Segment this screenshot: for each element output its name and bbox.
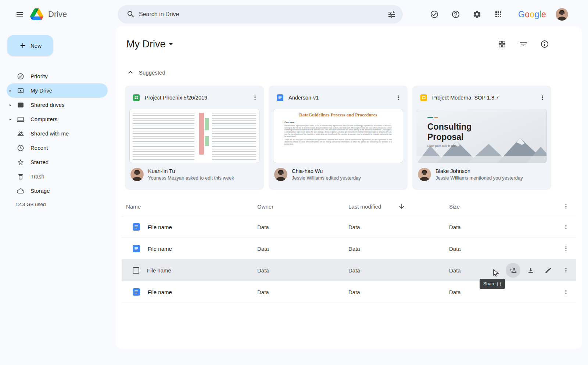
expand-arrow-icon[interactable]: ▸	[10, 83, 11, 98]
row-more-button[interactable]	[559, 220, 573, 234]
card-header: Project Moderna SOP 1.8.7	[412, 86, 551, 109]
search-options-button[interactable]	[383, 6, 401, 23]
avatar-image	[130, 168, 144, 181]
table-row-selected[interactable]: File name Data Data Data	[122, 260, 576, 281]
table-settings-button[interactable]	[559, 199, 573, 214]
kebab-icon	[539, 94, 546, 101]
row-checkbox[interactable]	[133, 267, 139, 274]
owner-cell: Data	[257, 246, 348, 252]
column-header-size[interactable]: Size	[449, 203, 504, 210]
page-title: My Drive	[126, 37, 166, 51]
spreadsheet-icon	[133, 94, 140, 101]
table-row[interactable]: File name Data Data Data	[122, 238, 576, 260]
sidebar-item-recent[interactable]: Recent	[7, 141, 108, 155]
main-menu-button[interactable]	[11, 6, 29, 23]
card-more-button[interactable]	[536, 91, 549, 104]
avatar-image	[418, 168, 431, 181]
sidebar-item-starred[interactable]: Starred	[7, 155, 108, 169]
rename-button[interactable]	[541, 263, 556, 278]
shared-drives-icon	[17, 101, 24, 109]
sidebar-item-label: Computers	[31, 116, 57, 122]
topbar-actions: Google	[426, 6, 568, 23]
file-preview-thumbnail: DataGuidelines Process and Procedures Ov…	[273, 109, 403, 163]
row-more-button[interactable]	[559, 263, 573, 278]
sidebar-item-computers[interactable]: ▸ Computers	[7, 112, 108, 126]
owner-name: Blake Johnson	[435, 167, 523, 175]
table-row[interactable]: File name Data Data Data	[122, 216, 576, 238]
trash-icon	[17, 173, 24, 180]
settings-button[interactable]	[468, 6, 486, 23]
sidebar-item-trash[interactable]: Trash	[7, 169, 108, 184]
avatar-image	[274, 168, 287, 181]
sidebar-item-shared-drives[interactable]: ▸ Shared drives	[7, 98, 108, 112]
kebab-icon	[563, 224, 569, 230]
sort-desc-icon[interactable]	[398, 203, 405, 210]
document-preview-body: Nondisclosure agreements (also called ND…	[284, 125, 392, 137]
presentation-icon	[420, 94, 427, 101]
kebab-icon	[395, 94, 402, 101]
sidebar-item-label: Storage	[31, 188, 50, 194]
row-more-button[interactable]	[559, 241, 573, 256]
card-title: Anderson-v1	[288, 95, 387, 101]
size-cell: Data	[449, 246, 504, 252]
sidebar-item-label: Trash	[31, 173, 44, 180]
offline-status-button[interactable]	[426, 6, 443, 23]
new-button[interactable]: New	[7, 35, 53, 56]
search-bar	[118, 5, 403, 24]
card-title: Project Moderna SOP 1.8.7	[432, 95, 531, 101]
account-avatar[interactable]	[556, 8, 568, 21]
download-icon	[527, 267, 534, 274]
dropdown-caret-icon	[166, 40, 175, 48]
storage-icon	[17, 187, 24, 195]
drive-brand: Drive	[30, 0, 67, 29]
file-preview-thumbnail	[129, 109, 259, 163]
details-button[interactable]	[537, 37, 552, 51]
slide-accent-dashes	[427, 117, 472, 118]
expand-arrow-icon[interactable]: ▸	[10, 112, 11, 126]
main-header: My Drive	[116, 26, 582, 51]
document-icon	[133, 288, 140, 296]
table-row[interactable]: File name Data Data Data	[122, 281, 576, 303]
column-header-owner[interactable]: Owner	[257, 203, 348, 210]
layout-toggle-button[interactable]	[495, 37, 509, 51]
view-controls	[495, 37, 552, 51]
sidebar-item-storage[interactable]: Storage	[7, 184, 108, 198]
support-button[interactable]	[447, 6, 465, 23]
sidebar-item-label: Priority	[31, 73, 48, 79]
file-name: File name	[147, 267, 171, 274]
owner-name: Kuan-lin Tu	[148, 167, 234, 175]
card-header: Project Phoenix 5/26/2019	[125, 86, 264, 109]
collapse-suggested-button[interactable]	[125, 67, 136, 77]
column-header-name[interactable]: Name	[126, 203, 257, 210]
sidebar-item-my-drive[interactable]: ▸ My Drive	[7, 83, 108, 98]
owner-avatar	[274, 168, 287, 181]
topbar: Drive Google	[0, 0, 588, 29]
sidebar-item-shared-with-me[interactable]: Shared with me	[7, 126, 108, 141]
expand-arrow-icon[interactable]: ▸	[10, 98, 11, 112]
google-apps-button[interactable]	[490, 6, 507, 23]
card-more-button[interactable]	[392, 91, 405, 104]
page-title-dropdown[interactable]: My Drive	[126, 37, 175, 51]
suggested-card-presentation[interactable]: Project Moderna SOP 1.8.7	[412, 86, 551, 190]
search-input[interactable]	[139, 11, 383, 18]
download-button[interactable]	[523, 263, 538, 278]
file-name: File name	[148, 224, 172, 230]
column-header-last-modified[interactable]: Last modified	[348, 203, 449, 210]
owner-name: Chia-hao Wu	[292, 167, 361, 175]
row-more-button[interactable]	[559, 285, 573, 299]
suggested-card-document[interactable]: Anderson-v1 DataGuidelines Process and P…	[269, 86, 408, 190]
file-list: Name Owner Last modified Size File name …	[122, 197, 576, 303]
google-wordmark: Google	[518, 10, 546, 19]
card-more-button[interactable]	[248, 91, 262, 104]
share-button[interactable]	[506, 263, 520, 278]
sidebar-item-label: My Drive	[31, 87, 52, 94]
info-icon	[540, 40, 549, 48]
kebab-icon	[563, 245, 569, 252]
share-tooltip: Share (.)	[480, 279, 505, 289]
sidebar-item-priority[interactable]: Priority	[7, 69, 108, 83]
activity-text: Jessie Williams edited yesterday	[292, 175, 361, 181]
plus-icon	[19, 41, 27, 50]
suggested-card-spreadsheet[interactable]: Project Phoenix 5/26/2019 Kuan-lin Tu Yo…	[125, 86, 264, 190]
filter-button[interactable]	[516, 37, 531, 51]
modified-cell: Data	[348, 246, 449, 252]
